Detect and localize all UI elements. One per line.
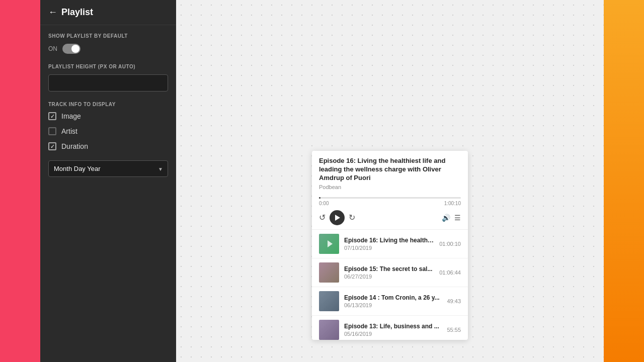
episode-title-4: Episode 13: Life, business and ...: [344, 323, 442, 330]
forward-button[interactable]: ↻: [349, 213, 355, 222]
left-strip: [0, 0, 40, 362]
playlist-item[interactable]: Episode 13: Life, business and ... 05/16…: [312, 316, 468, 340]
artist-checkbox-row[interactable]: Artist: [48, 127, 168, 135]
episode-thumb-2: [319, 262, 339, 283]
episode-title-1: Episode 16: Living the healthi...: [344, 237, 434, 244]
episode-thumb-1: [319, 234, 339, 254]
toggle-slider: [62, 44, 80, 54]
image-checkbox-row[interactable]: Image: [48, 112, 168, 120]
forward-icon: ↻: [349, 213, 355, 222]
episode-duration-2: 01:06:44: [439, 269, 461, 276]
episode-date-4: 05/16/2019: [344, 331, 442, 337]
playlist-toggle[interactable]: [62, 44, 80, 54]
date-format-setting: Month Day Year Day Month Year Year Month…: [48, 160, 168, 177]
height-setting: PLAYLIST HEIGHT (PX OR AUTO) 280: [48, 64, 168, 92]
playlist-item[interactable]: Episode 15: The secret to sal... 06/27/2…: [312, 258, 468, 287]
episode-date-1: 07/10/2019: [344, 245, 434, 251]
artist-checkbox[interactable]: [48, 127, 56, 135]
height-label: PLAYLIST HEIGHT (PX OR AUTO): [48, 64, 168, 69]
sidebar-content: SHOW PLAYLIST BY DEFAULT ON PLAYLIST HEI…: [40, 25, 176, 362]
track-info-label: TRACK INFO TO DISPLAY: [48, 102, 168, 107]
playlist-toggle-icon: ☰: [454, 214, 461, 222]
playlist-button[interactable]: ☰: [454, 214, 461, 222]
play-button[interactable]: [330, 210, 345, 225]
current-time: 0:00: [319, 201, 329, 206]
rewind-icon: ↺: [319, 213, 326, 222]
image-checkbox[interactable]: [48, 112, 56, 120]
playlist-list-container: Episode 16: Living the healthi... 07/10/…: [312, 229, 468, 340]
sidebar: ← Playlist SHOW PLAYLIST BY DEFAULT ON P…: [40, 0, 176, 362]
episode-duration-1: 01:00:10: [439, 241, 461, 247]
toggle-on-label: ON: [48, 45, 57, 52]
playlist-list: Episode 16: Living the healthi... 07/10/…: [312, 229, 468, 340]
progress-bar-container[interactable]: [319, 197, 461, 199]
episode-info-4: Episode 13: Life, business and ... 05/16…: [344, 323, 442, 337]
player-controls: ↺ ↻ 🔊 ☰: [312, 206, 468, 229]
artist-checkbox-label: Artist: [61, 127, 77, 135]
episode-info-2: Episode 15: The secret to sal... 06/27/2…: [344, 265, 434, 280]
image-checkbox-label: Image: [61, 112, 81, 120]
total-time: 1:00:10: [444, 201, 461, 206]
progress-bar-fill: [319, 197, 320, 199]
track-info-setting: TRACK INFO TO DISPLAY Image Artist Durat…: [48, 102, 168, 150]
volume-icon: 🔊: [442, 214, 450, 222]
episode-duration-3: 49:43: [447, 298, 461, 304]
player-widget: Episode 16: Living the healthiest life a…: [312, 151, 468, 340]
volume-button[interactable]: 🔊: [442, 214, 450, 222]
player-episode-title: Episode 16: Living the healthiest life a…: [319, 157, 461, 183]
episode-thumb-3: [319, 291, 339, 311]
date-format-select[interactable]: Month Day Year Day Month Year Year Month…: [48, 160, 168, 177]
date-format-wrapper: Month Day Year Day Month Year Year Month…: [48, 160, 168, 177]
episode-thumb-4: [319, 320, 339, 340]
duration-checkbox-label: Duration: [61, 142, 88, 150]
back-button[interactable]: ←: [48, 7, 57, 18]
episode-info-3: Episode 14 : Tom Cronin, a 26 y... 06/13…: [344, 294, 442, 308]
player-progress: 0:00 1:00:10: [312, 194, 468, 206]
episode-title-3: Episode 14 : Tom Cronin, a 26 y...: [344, 294, 442, 301]
playlist-item[interactable]: Episode 16: Living the healthi... 07/10/…: [312, 230, 468, 258]
play-indicator-1: [328, 240, 333, 247]
player-header: Episode 16: Living the healthiest life a…: [312, 151, 468, 194]
episode-info-1: Episode 16: Living the healthi... 07/10/…: [344, 237, 434, 251]
toggle-row: ON: [48, 44, 168, 54]
toggle-knob: [71, 45, 79, 53]
right-strip: [604, 0, 644, 362]
show-playlist-label: SHOW PLAYLIST BY DEFAULT: [48, 33, 168, 39]
episode-date-3: 06/13/2019: [344, 302, 442, 308]
duration-checkbox-row[interactable]: Duration: [48, 142, 168, 150]
duration-checkbox[interactable]: [48, 142, 56, 150]
height-input[interactable]: 280: [48, 74, 168, 92]
sidebar-header: ← Playlist: [40, 0, 176, 25]
main-content: Episode 16: Living the healthiest life a…: [176, 0, 604, 362]
progress-times: 0:00 1:00:10: [319, 201, 461, 206]
player-podcast-name: Podbean: [319, 184, 461, 190]
episode-duration-4: 55:55: [447, 327, 461, 333]
sidebar-title: Playlist: [61, 7, 93, 18]
episode-title-2: Episode 15: The secret to sal...: [344, 265, 434, 273]
rewind-button[interactable]: ↺: [319, 213, 326, 222]
show-playlist-setting: SHOW PLAYLIST BY DEFAULT ON: [48, 33, 168, 54]
playlist-item[interactable]: Episode 14 : Tom Cronin, a 26 y... 06/13…: [312, 287, 468, 316]
episode-date-2: 06/27/2019: [344, 274, 434, 280]
